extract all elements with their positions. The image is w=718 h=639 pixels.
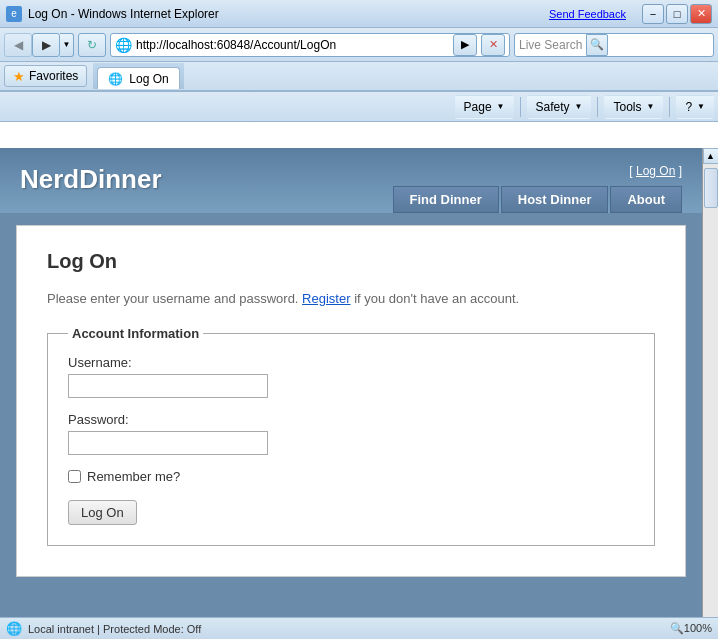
fieldset-legend: Account Information bbox=[68, 326, 203, 341]
title-bar-left: e Log On - Windows Internet Explorer bbox=[6, 6, 219, 22]
favorites-label: Favorites bbox=[29, 69, 78, 83]
browser-content: NerdDinner [ Log On ] Find Dinner Host D… bbox=[0, 148, 702, 617]
username-label: Username: bbox=[68, 355, 634, 370]
help-icon: ? bbox=[685, 100, 692, 114]
title-bar: e Log On - Windows Internet Explorer Sen… bbox=[0, 0, 718, 28]
register-link[interactable]: Register bbox=[302, 291, 350, 306]
minimize-button[interactable]: − bbox=[642, 4, 664, 24]
remember-me-checkbox[interactable] bbox=[68, 470, 81, 483]
logon-link[interactable]: Log On bbox=[636, 164, 675, 178]
logon-suffix: ] bbox=[675, 164, 682, 178]
nd-logon-link-wrap: [ Log On ] bbox=[629, 164, 682, 178]
safety-dropdown-icon: ▼ bbox=[575, 102, 583, 111]
password-input[interactable] bbox=[68, 431, 268, 455]
live-search-label: Live Search bbox=[515, 38, 586, 52]
star-icon: ★ bbox=[13, 69, 25, 84]
status-zone-text: Local intranet | Protected Mode: Off bbox=[28, 623, 201, 635]
toolbar-separator-2 bbox=[597, 97, 598, 117]
nd-logo: NerdDinner bbox=[20, 164, 162, 195]
zoom-level[interactable]: 🔍100% bbox=[670, 622, 712, 635]
toolbar-separator-3 bbox=[669, 97, 670, 117]
status-bar: 🌐 Local intranet | Protected Mode: Off 🔍… bbox=[0, 617, 718, 639]
address-bar: ◀ ▶ ▼ ↻ 🌐 ▶ ✕ Live Search 🔍 bbox=[0, 28, 718, 62]
nd-nav: Find Dinner Host Dinner About bbox=[393, 186, 682, 213]
address-input[interactable] bbox=[136, 38, 449, 52]
window-controls: − □ ✕ bbox=[642, 4, 712, 24]
address-input-wrap: 🌐 ▶ ✕ bbox=[110, 33, 510, 57]
send-feedback-link[interactable]: Send Feedback bbox=[549, 8, 626, 20]
maximize-button[interactable]: □ bbox=[666, 4, 688, 24]
tools-menu-button[interactable]: Tools ▼ bbox=[604, 95, 663, 119]
page-label: Page bbox=[464, 100, 492, 114]
tab-log-on[interactable]: 🌐 Log On bbox=[97, 67, 179, 89]
live-search-wrap: Live Search 🔍 bbox=[514, 33, 714, 57]
username-input[interactable] bbox=[68, 374, 268, 398]
password-group: Password: bbox=[68, 412, 634, 455]
intro-text: Please enter your username and password.… bbox=[47, 291, 655, 306]
scroll-up-button[interactable]: ▲ bbox=[703, 148, 719, 164]
forward-button[interactable]: ▶ bbox=[32, 33, 60, 57]
history-dropdown-button[interactable]: ▼ bbox=[60, 33, 74, 57]
ie-page-icon: 🌐 bbox=[115, 37, 132, 53]
back-forward-group: ◀ ▶ ▼ bbox=[4, 33, 74, 57]
safety-menu-button[interactable]: Safety ▼ bbox=[527, 95, 592, 119]
about-button[interactable]: About bbox=[610, 186, 682, 213]
title-bar-text: Log On - Windows Internet Explorer bbox=[28, 7, 219, 21]
tab-bar: 🌐 Log On bbox=[93, 63, 183, 89]
intro-prefix: Please enter your username and password. bbox=[47, 291, 302, 306]
toolbar-separator-1 bbox=[520, 97, 521, 117]
page-dropdown-icon: ▼ bbox=[497, 102, 505, 111]
live-search-button[interactable]: 🔍 bbox=[586, 34, 608, 56]
ie-logo-icon: e bbox=[6, 6, 22, 22]
close-button[interactable]: ✕ bbox=[690, 4, 712, 24]
status-right: 🔍100% bbox=[670, 622, 712, 635]
find-dinner-button[interactable]: Find Dinner bbox=[393, 186, 499, 213]
favorites-button[interactable]: ★ Favorites bbox=[4, 65, 87, 87]
nd-header: NerdDinner [ Log On ] Find Dinner Host D… bbox=[0, 148, 702, 213]
page-menu-button[interactable]: Page ▼ bbox=[455, 95, 514, 119]
address-refresh-button[interactable]: ✕ bbox=[481, 34, 505, 56]
intro-suffix: if you don't have an account. bbox=[351, 291, 520, 306]
login-submit-button[interactable]: Log On bbox=[68, 500, 137, 525]
safety-label: Safety bbox=[536, 100, 570, 114]
refresh-button[interactable]: ↻ bbox=[78, 33, 106, 57]
help-button[interactable]: ? ▼ bbox=[676, 95, 714, 119]
tools-label: Tools bbox=[613, 100, 641, 114]
tab-label: Log On bbox=[129, 72, 168, 86]
page-heading: Log On bbox=[47, 250, 655, 273]
status-globe-icon: 🌐 bbox=[6, 621, 22, 636]
nd-main-content: Log On Please enter your username and pa… bbox=[16, 225, 686, 577]
scroll-thumb[interactable] bbox=[704, 168, 718, 208]
username-group: Username: bbox=[68, 355, 634, 398]
scrollbar: ▲ bbox=[702, 148, 718, 617]
address-go-button[interactable]: ▶ bbox=[453, 34, 477, 56]
password-label: Password: bbox=[68, 412, 634, 427]
account-fieldset: Account Information Username: Password: … bbox=[47, 326, 655, 546]
toolbar-row: Page ▼ Safety ▼ Tools ▼ ? ▼ bbox=[0, 92, 718, 122]
remember-me-label: Remember me? bbox=[87, 469, 180, 484]
favorites-bar: ★ Favorites 🌐 Log On bbox=[0, 62, 718, 92]
logon-prefix: [ bbox=[629, 164, 636, 178]
back-button[interactable]: ◀ bbox=[4, 33, 32, 57]
host-dinner-button[interactable]: Host Dinner bbox=[501, 186, 609, 213]
remember-me-row: Remember me? bbox=[68, 469, 634, 484]
help-dropdown-icon: ▼ bbox=[697, 102, 705, 111]
tools-dropdown-icon: ▼ bbox=[646, 102, 654, 111]
nd-header-right: [ Log On ] Find Dinner Host Dinner About bbox=[393, 164, 682, 213]
tab-ie-icon: 🌐 bbox=[108, 72, 123, 86]
